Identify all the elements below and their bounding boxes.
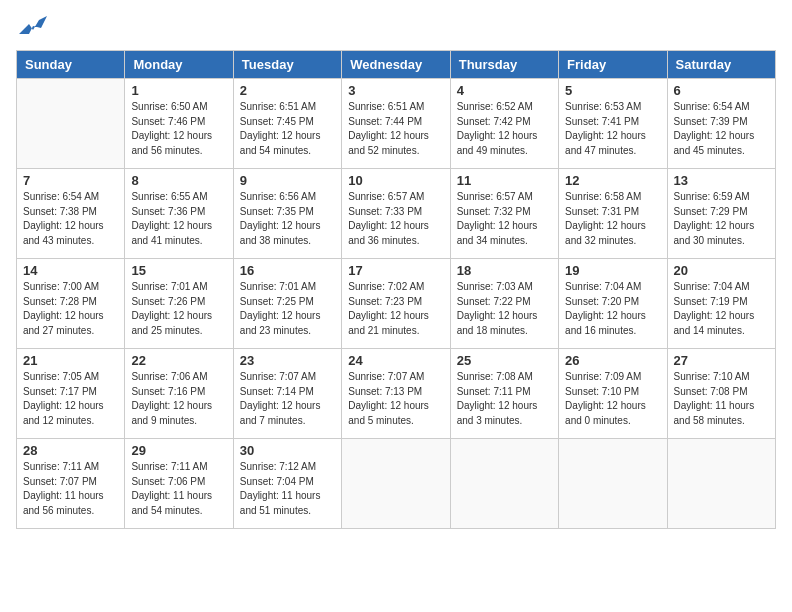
- calendar-week-4: 21Sunrise: 7:05 AM Sunset: 7:17 PM Dayli…: [17, 349, 776, 439]
- calendar-cell: 16Sunrise: 7:01 AM Sunset: 7:25 PM Dayli…: [233, 259, 341, 349]
- day-info: Sunrise: 7:09 AM Sunset: 7:10 PM Dayligh…: [565, 370, 660, 428]
- calendar-cell: [342, 439, 450, 529]
- calendar-cell: 14Sunrise: 7:00 AM Sunset: 7:28 PM Dayli…: [17, 259, 125, 349]
- day-info: Sunrise: 6:59 AM Sunset: 7:29 PM Dayligh…: [674, 190, 769, 248]
- day-number: 15: [131, 263, 226, 278]
- page-header: [16, 16, 776, 38]
- day-number: 24: [348, 353, 443, 368]
- day-number: 28: [23, 443, 118, 458]
- day-number: 11: [457, 173, 552, 188]
- day-info: Sunrise: 7:06 AM Sunset: 7:16 PM Dayligh…: [131, 370, 226, 428]
- calendar-cell: 21Sunrise: 7:05 AM Sunset: 7:17 PM Dayli…: [17, 349, 125, 439]
- day-info: Sunrise: 6:50 AM Sunset: 7:46 PM Dayligh…: [131, 100, 226, 158]
- day-info: Sunrise: 7:00 AM Sunset: 7:28 PM Dayligh…: [23, 280, 118, 338]
- day-number: 21: [23, 353, 118, 368]
- header-sunday: Sunday: [17, 51, 125, 79]
- day-info: Sunrise: 6:54 AM Sunset: 7:38 PM Dayligh…: [23, 190, 118, 248]
- day-info: Sunrise: 6:52 AM Sunset: 7:42 PM Dayligh…: [457, 100, 552, 158]
- calendar-cell: 11Sunrise: 6:57 AM Sunset: 7:32 PM Dayli…: [450, 169, 558, 259]
- calendar-cell: 30Sunrise: 7:12 AM Sunset: 7:04 PM Dayli…: [233, 439, 341, 529]
- calendar-week-1: 1Sunrise: 6:50 AM Sunset: 7:46 PM Daylig…: [17, 79, 776, 169]
- day-number: 12: [565, 173, 660, 188]
- day-info: Sunrise: 6:55 AM Sunset: 7:36 PM Dayligh…: [131, 190, 226, 248]
- calendar-table: SundayMondayTuesdayWednesdayThursdayFrid…: [16, 50, 776, 529]
- day-info: Sunrise: 7:10 AM Sunset: 7:08 PM Dayligh…: [674, 370, 769, 428]
- calendar-cell: 26Sunrise: 7:09 AM Sunset: 7:10 PM Dayli…: [559, 349, 667, 439]
- day-info: Sunrise: 6:51 AM Sunset: 7:44 PM Dayligh…: [348, 100, 443, 158]
- calendar-cell: 23Sunrise: 7:07 AM Sunset: 7:14 PM Dayli…: [233, 349, 341, 439]
- day-info: Sunrise: 7:07 AM Sunset: 7:13 PM Dayligh…: [348, 370, 443, 428]
- day-number: 7: [23, 173, 118, 188]
- day-info: Sunrise: 7:12 AM Sunset: 7:04 PM Dayligh…: [240, 460, 335, 518]
- header-friday: Friday: [559, 51, 667, 79]
- calendar-cell: 1Sunrise: 6:50 AM Sunset: 7:46 PM Daylig…: [125, 79, 233, 169]
- calendar-cell: 15Sunrise: 7:01 AM Sunset: 7:26 PM Dayli…: [125, 259, 233, 349]
- calendar-cell: 19Sunrise: 7:04 AM Sunset: 7:20 PM Dayli…: [559, 259, 667, 349]
- calendar-cell: 24Sunrise: 7:07 AM Sunset: 7:13 PM Dayli…: [342, 349, 450, 439]
- calendar-cell: 2Sunrise: 6:51 AM Sunset: 7:45 PM Daylig…: [233, 79, 341, 169]
- calendar-cell: 6Sunrise: 6:54 AM Sunset: 7:39 PM Daylig…: [667, 79, 775, 169]
- calendar-week-2: 7Sunrise: 6:54 AM Sunset: 7:38 PM Daylig…: [17, 169, 776, 259]
- calendar-cell: 13Sunrise: 6:59 AM Sunset: 7:29 PM Dayli…: [667, 169, 775, 259]
- day-number: 8: [131, 173, 226, 188]
- day-number: 22: [131, 353, 226, 368]
- day-number: 20: [674, 263, 769, 278]
- day-info: Sunrise: 7:11 AM Sunset: 7:06 PM Dayligh…: [131, 460, 226, 518]
- header-wednesday: Wednesday: [342, 51, 450, 79]
- day-number: 3: [348, 83, 443, 98]
- calendar-cell: 7Sunrise: 6:54 AM Sunset: 7:38 PM Daylig…: [17, 169, 125, 259]
- calendar-cell: 17Sunrise: 7:02 AM Sunset: 7:23 PM Dayli…: [342, 259, 450, 349]
- calendar-cell: 25Sunrise: 7:08 AM Sunset: 7:11 PM Dayli…: [450, 349, 558, 439]
- header-monday: Monday: [125, 51, 233, 79]
- day-number: 14: [23, 263, 118, 278]
- calendar-cell: 10Sunrise: 6:57 AM Sunset: 7:33 PM Dayli…: [342, 169, 450, 259]
- day-number: 27: [674, 353, 769, 368]
- calendar-cell: [667, 439, 775, 529]
- calendar-cell: 22Sunrise: 7:06 AM Sunset: 7:16 PM Dayli…: [125, 349, 233, 439]
- day-info: Sunrise: 6:58 AM Sunset: 7:31 PM Dayligh…: [565, 190, 660, 248]
- svg-marker-0: [19, 16, 47, 34]
- day-number: 9: [240, 173, 335, 188]
- day-info: Sunrise: 7:05 AM Sunset: 7:17 PM Dayligh…: [23, 370, 118, 428]
- day-number: 25: [457, 353, 552, 368]
- calendar-cell: 3Sunrise: 6:51 AM Sunset: 7:44 PM Daylig…: [342, 79, 450, 169]
- day-info: Sunrise: 7:01 AM Sunset: 7:25 PM Dayligh…: [240, 280, 335, 338]
- calendar-cell: 4Sunrise: 6:52 AM Sunset: 7:42 PM Daylig…: [450, 79, 558, 169]
- day-number: 23: [240, 353, 335, 368]
- day-info: Sunrise: 6:51 AM Sunset: 7:45 PM Dayligh…: [240, 100, 335, 158]
- calendar-cell: 18Sunrise: 7:03 AM Sunset: 7:22 PM Dayli…: [450, 259, 558, 349]
- calendar-cell: 28Sunrise: 7:11 AM Sunset: 7:07 PM Dayli…: [17, 439, 125, 529]
- calendar-cell: [559, 439, 667, 529]
- day-info: Sunrise: 6:57 AM Sunset: 7:33 PM Dayligh…: [348, 190, 443, 248]
- day-number: 2: [240, 83, 335, 98]
- day-number: 18: [457, 263, 552, 278]
- day-info: Sunrise: 6:57 AM Sunset: 7:32 PM Dayligh…: [457, 190, 552, 248]
- calendar-week-5: 28Sunrise: 7:11 AM Sunset: 7:07 PM Dayli…: [17, 439, 776, 529]
- calendar-cell: 20Sunrise: 7:04 AM Sunset: 7:19 PM Dayli…: [667, 259, 775, 349]
- day-info: Sunrise: 7:04 AM Sunset: 7:19 PM Dayligh…: [674, 280, 769, 338]
- logo-bird-icon: [19, 16, 47, 38]
- calendar-cell: 27Sunrise: 7:10 AM Sunset: 7:08 PM Dayli…: [667, 349, 775, 439]
- calendar-week-3: 14Sunrise: 7:00 AM Sunset: 7:28 PM Dayli…: [17, 259, 776, 349]
- day-number: 1: [131, 83, 226, 98]
- day-number: 6: [674, 83, 769, 98]
- logo: [16, 16, 47, 38]
- day-number: 30: [240, 443, 335, 458]
- day-info: Sunrise: 7:03 AM Sunset: 7:22 PM Dayligh…: [457, 280, 552, 338]
- calendar-cell: 12Sunrise: 6:58 AM Sunset: 7:31 PM Dayli…: [559, 169, 667, 259]
- calendar-header-row: SundayMondayTuesdayWednesdayThursdayFrid…: [17, 51, 776, 79]
- day-info: Sunrise: 6:56 AM Sunset: 7:35 PM Dayligh…: [240, 190, 335, 248]
- day-info: Sunrise: 7:02 AM Sunset: 7:23 PM Dayligh…: [348, 280, 443, 338]
- header-tuesday: Tuesday: [233, 51, 341, 79]
- day-info: Sunrise: 7:08 AM Sunset: 7:11 PM Dayligh…: [457, 370, 552, 428]
- calendar-cell: 8Sunrise: 6:55 AM Sunset: 7:36 PM Daylig…: [125, 169, 233, 259]
- calendar-cell: [450, 439, 558, 529]
- day-info: Sunrise: 7:01 AM Sunset: 7:26 PM Dayligh…: [131, 280, 226, 338]
- day-info: Sunrise: 6:54 AM Sunset: 7:39 PM Dayligh…: [674, 100, 769, 158]
- day-info: Sunrise: 6:53 AM Sunset: 7:41 PM Dayligh…: [565, 100, 660, 158]
- header-thursday: Thursday: [450, 51, 558, 79]
- day-number: 17: [348, 263, 443, 278]
- calendar-cell: 9Sunrise: 6:56 AM Sunset: 7:35 PM Daylig…: [233, 169, 341, 259]
- day-number: 10: [348, 173, 443, 188]
- day-number: 13: [674, 173, 769, 188]
